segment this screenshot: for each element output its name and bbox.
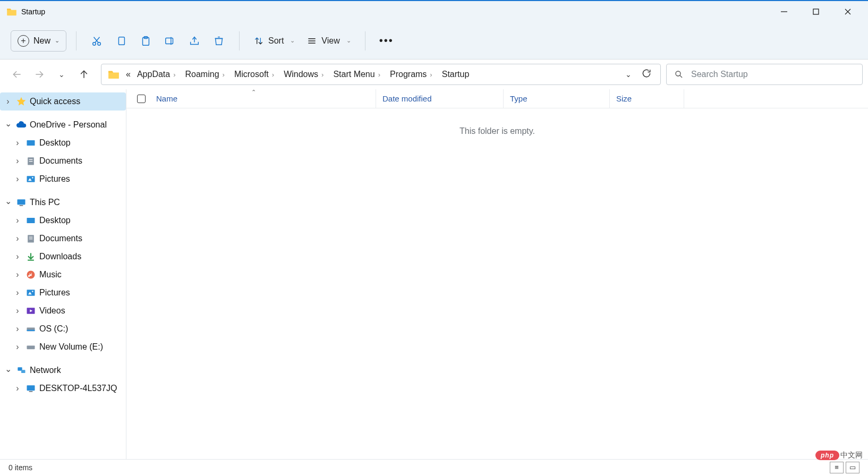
sidebar-item-videos[interactable]: Videos (10, 302, 126, 320)
column-size[interactable]: Size (610, 89, 684, 108)
back-button[interactable] (11, 68, 23, 81)
download-icon (25, 251, 36, 262)
column-label: Size (616, 94, 632, 103)
address-dropdown[interactable]: ⌄ (625, 70, 632, 79)
sidebar-item-label: Desktop (39, 216, 71, 225)
sidebar-network[interactable]: Network (0, 361, 126, 379)
breadcrumb-item[interactable]: Startup (439, 70, 473, 79)
breadcrumb-item[interactable]: Microsoft› (231, 70, 280, 79)
column-date[interactable]: Date modified (376, 89, 504, 108)
select-all-checkbox[interactable] (137, 95, 146, 103)
svg-rect-52 (27, 385, 35, 391)
history-dropdown[interactable]: ⌄ (55, 68, 68, 81)
rename-button[interactable] (159, 30, 181, 52)
sidebar-item-drive-c[interactable]: OS (C:) (10, 320, 126, 338)
content-area: Name ⌃ Date modified Type Size This fold… (126, 89, 868, 459)
svg-rect-48 (27, 330, 35, 332)
minimize-button[interactable] (768, 1, 800, 22)
sidebar-this-pc[interactable]: This PC (0, 193, 126, 211)
drive-icon (25, 324, 36, 334)
svg-rect-49 (27, 346, 35, 350)
column-label: Date modified (382, 94, 432, 103)
address-bar[interactable]: « AppData› Roaming› Microsoft› Windows› … (101, 64, 661, 85)
paste-button[interactable] (135, 30, 156, 52)
breadcrumb-item[interactable]: Start Menu› (330, 70, 387, 79)
svg-rect-51 (21, 370, 25, 373)
sidebar-item-label: Downloads (39, 252, 81, 261)
sidebar-item-desktop[interactable]: Desktop (10, 134, 126, 152)
new-label: New (33, 36, 50, 46)
svg-rect-35 (27, 218, 35, 223)
folder-icon (6, 7, 17, 16)
cut-button[interactable] (86, 30, 107, 52)
more-button[interactable]: ••• (375, 30, 398, 52)
svg-rect-37 (29, 237, 33, 238)
view-button[interactable]: View ⌄ (302, 30, 355, 52)
sidebar-item-label: Pictures (39, 288, 70, 298)
breadcrumb-item[interactable]: Windows› (280, 70, 330, 79)
sidebar-item-documents[interactable]: Documents (10, 152, 126, 170)
svg-rect-29 (29, 161, 33, 162)
svg-rect-11 (166, 38, 173, 44)
details-view-button[interactable]: ≡ (830, 462, 844, 473)
share-button[interactable] (184, 30, 205, 52)
new-button[interactable]: + New ⌄ (11, 30, 66, 52)
svg-rect-26 (27, 140, 35, 146)
sidebar-item-label: OS (C:) (39, 324, 68, 334)
folder-icon (108, 70, 120, 79)
svg-rect-30 (27, 176, 35, 182)
sidebar-item-drive-e[interactable]: New Volume (E:) (10, 338, 126, 356)
sidebar-item-music[interactable]: Music (10, 266, 126, 284)
sidebar-item-desktop[interactable]: Desktop (10, 211, 126, 230)
svg-point-5 (98, 42, 101, 45)
toolbar: + New ⌄ Sort ⌄ View ⌄ ••• (0, 22, 868, 60)
column-headers: Name ⌃ Date modified Type Size (126, 89, 868, 108)
status-bar: 0 items ≡ ▭ (0, 459, 868, 475)
breadcrumb-item[interactable]: Roaming› (182, 70, 231, 79)
breadcrumb-item[interactable]: AppData› (134, 70, 182, 79)
music-icon (25, 269, 36, 280)
sidebar-quick-access[interactable]: Quick access (0, 92, 126, 111)
copy-button[interactable] (110, 30, 132, 52)
sidebar-item-documents[interactable]: Documents (10, 230, 126, 248)
separator (239, 31, 240, 50)
sidebar-onedrive[interactable]: OneDrive - Personal (0, 116, 126, 134)
sidebar-item-label: OneDrive - Personal (30, 120, 107, 130)
title-bar: Startup (0, 1, 868, 22)
watermark-badge: php (815, 451, 839, 460)
breadcrumb-overflow[interactable]: « (123, 70, 134, 79)
breadcrumb-item[interactable]: Programs› (387, 70, 439, 79)
search-input[interactable] (691, 70, 855, 79)
svg-point-44 (32, 291, 33, 292)
column-label: Type (510, 94, 527, 103)
up-button[interactable] (78, 68, 90, 81)
sidebar-item-label: Desktop (39, 138, 71, 148)
search-box[interactable] (666, 64, 863, 85)
column-name[interactable]: Name ⌃ (126, 89, 376, 108)
sidebar-item-label: New Volume (E:) (39, 342, 103, 352)
icons-view-button[interactable]: ▭ (846, 462, 860, 473)
sort-button[interactable]: Sort ⌄ (249, 30, 299, 52)
close-button[interactable] (832, 1, 864, 22)
refresh-button[interactable] (641, 68, 652, 81)
sidebar-item-computer[interactable]: DESKTOP-4L537JQ (10, 379, 126, 397)
sidebar-item-pictures[interactable]: Pictures (10, 284, 126, 302)
sidebar-item-downloads[interactable]: Downloads (10, 248, 126, 266)
picture-icon (25, 287, 36, 298)
maximize-button[interactable] (800, 1, 832, 22)
sidebar-item-pictures[interactable]: Pictures (10, 170, 126, 188)
body: Quick access OneDrive - Personal Desktop… (0, 89, 868, 459)
network-icon (16, 365, 27, 376)
svg-line-25 (680, 75, 682, 78)
folder-icon (25, 215, 36, 226)
forward-button[interactable] (33, 68, 46, 81)
sidebar-item-label: Videos (39, 306, 65, 316)
separator (365, 31, 365, 50)
delete-button[interactable] (208, 30, 229, 52)
navigation-pane: Quick access OneDrive - Personal Desktop… (0, 89, 126, 459)
watermark: php 中文网 (815, 451, 863, 460)
column-type[interactable]: Type (504, 89, 610, 108)
column-label: Name (156, 94, 177, 103)
document-icon (25, 156, 36, 166)
sort-label: Sort (268, 36, 284, 46)
